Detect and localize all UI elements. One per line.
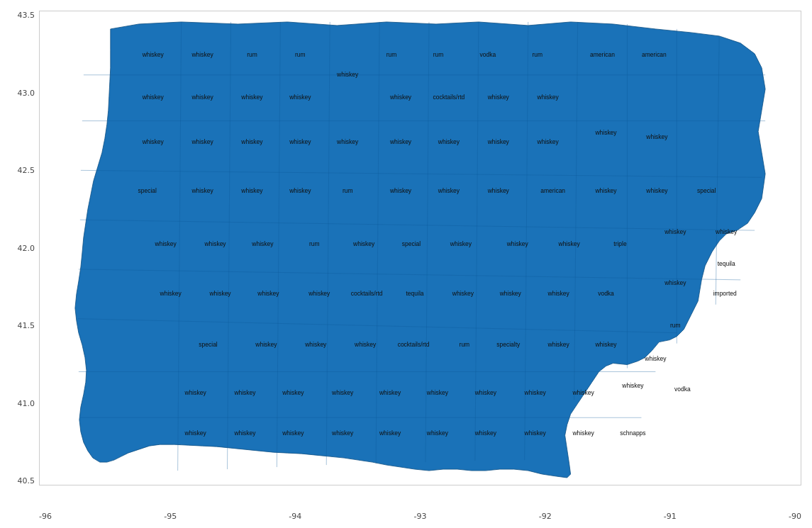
svg-text:whiskey: whiskey: [452, 290, 474, 297]
svg-text:whiskey: whiskey: [331, 429, 354, 437]
svg-text:rum: rum: [433, 51, 444, 58]
svg-text:whiskey: whiskey: [208, 290, 231, 297]
svg-text:whiskey: whiskey: [240, 187, 263, 194]
svg-text:whiskey: whiskey: [558, 240, 581, 247]
svg-text:special: special: [138, 187, 157, 194]
svg-text:whiskey: whiskey: [715, 228, 738, 235]
iowa-map-svg: whiskey whiskey rum rum rum rum vodka ru…: [40, 11, 801, 485]
x-label-6: -91: [664, 512, 677, 521]
svg-text:whiskey: whiskey: [474, 389, 497, 396]
svg-text:whiskey: whiskey: [487, 187, 510, 194]
svg-text:whiskey: whiskey: [645, 133, 668, 140]
svg-text:vodka: vodka: [598, 290, 614, 297]
svg-text:whiskey: whiskey: [547, 290, 570, 297]
svg-text:vodka: vodka: [480, 51, 496, 58]
svg-text:rum: rum: [295, 51, 306, 58]
x-label-3: -94: [289, 512, 301, 521]
x-label-1: -96: [39, 512, 52, 521]
svg-text:triple: triple: [613, 240, 627, 247]
svg-text:whiskey: whiskey: [645, 187, 668, 194]
svg-text:cocktails/rtd: cocktails/rtd: [398, 341, 430, 348]
x-label-4: -93: [414, 512, 427, 521]
svg-text:whiskey: whiskey: [233, 389, 256, 396]
svg-text:whiskey: whiskey: [664, 279, 686, 286]
svg-text:whiskey: whiskey: [233, 429, 256, 437]
svg-text:rum: rum: [386, 51, 397, 58]
y-label-2: 43.0: [18, 89, 35, 98]
svg-text:whiskey: whiskey: [537, 138, 560, 145]
map-chart-area: whiskey whiskey rum rum rum rum vodka ru…: [39, 11, 801, 485]
svg-text:whiskey: whiskey: [251, 240, 274, 247]
svg-text:rum: rum: [343, 187, 353, 194]
svg-text:whiskey: whiskey: [282, 429, 304, 437]
svg-text:whiskey: whiskey: [240, 94, 263, 101]
svg-text:whiskey: whiskey: [331, 389, 354, 396]
svg-text:whiskey: whiskey: [184, 389, 207, 396]
svg-text:whiskey: whiskey: [594, 187, 617, 194]
svg-text:whiskey: whiskey: [450, 240, 472, 247]
svg-text:whiskey: whiskey: [524, 429, 547, 437]
svg-text:whiskey: whiskey: [389, 187, 412, 194]
svg-text:imported: imported: [713, 290, 737, 297]
chart-container: 43.5 43.0 42.5 42.0 41.5 41.0 40.5: [0, 0, 812, 528]
svg-text:cocktails/rtd: cocktails/rtd: [433, 94, 465, 101]
svg-text:tequila: tequila: [406, 290, 424, 297]
svg-text:whiskey: whiskey: [487, 94, 510, 101]
svg-text:special: special: [402, 240, 421, 247]
svg-text:whiskey: whiskey: [594, 341, 617, 348]
svg-text:whiskey: whiskey: [289, 94, 311, 101]
svg-text:whiskey: whiskey: [354, 341, 377, 348]
svg-text:whiskey: whiskey: [644, 355, 667, 362]
svg-text:whiskey: whiskey: [257, 290, 279, 297]
svg-text:whiskey: whiskey: [289, 138, 311, 145]
svg-text:whiskey: whiskey: [379, 389, 401, 396]
x-label-7: -90: [789, 512, 801, 521]
svg-text:whiskey: whiskey: [304, 341, 327, 348]
svg-text:whiskey: whiskey: [379, 429, 401, 437]
svg-text:whiskey: whiskey: [572, 429, 594, 437]
svg-text:whiskey: whiskey: [474, 429, 497, 437]
y-label-1: 43.5: [18, 11, 35, 20]
svg-text:rum: rum: [532, 51, 543, 58]
y-label-5: 41.5: [18, 321, 35, 330]
svg-text:whiskey: whiskey: [204, 240, 226, 247]
svg-text:american: american: [590, 51, 615, 58]
svg-text:rum: rum: [247, 51, 257, 58]
svg-text:whiskey: whiskey: [426, 389, 449, 396]
svg-text:rum: rum: [460, 341, 470, 348]
svg-text:whiskey: whiskey: [255, 341, 277, 348]
svg-text:whiskey: whiskey: [537, 94, 560, 101]
svg-text:whiskey: whiskey: [308, 290, 330, 297]
svg-text:whiskey: whiskey: [524, 389, 547, 396]
svg-text:whiskey: whiskey: [621, 382, 644, 389]
svg-text:whiskey: whiskey: [142, 51, 165, 58]
svg-text:whiskey: whiskey: [572, 389, 594, 396]
svg-text:whiskey: whiskey: [426, 429, 449, 437]
svg-text:whiskey: whiskey: [389, 94, 412, 101]
svg-text:american: american: [642, 51, 667, 58]
y-label-7: 40.5: [18, 476, 35, 485]
svg-text:special: special: [697, 187, 716, 194]
svg-text:rum: rum: [309, 240, 320, 247]
svg-text:whiskey: whiskey: [240, 138, 263, 145]
x-label-2: -95: [164, 512, 177, 521]
svg-text:whiskey: whiskey: [438, 138, 460, 145]
svg-text:whiskey: whiskey: [191, 187, 214, 194]
y-label-4: 42.0: [18, 244, 35, 253]
svg-text:special: special: [199, 341, 217, 348]
svg-text:whiskey: whiskey: [499, 290, 522, 297]
x-axis: -96 -95 -94 -93 -92 -91 -90: [39, 512, 801, 521]
svg-text:whiskey: whiskey: [191, 51, 214, 58]
svg-text:whiskey: whiskey: [282, 389, 304, 396]
x-label-5: -92: [539, 512, 552, 521]
svg-text:whiskey: whiskey: [160, 290, 182, 297]
svg-text:specialty: specialty: [496, 341, 521, 348]
svg-text:whiskey: whiskey: [142, 94, 165, 101]
svg-text:whiskey: whiskey: [155, 240, 177, 247]
svg-text:vodka: vodka: [674, 386, 691, 393]
svg-text:whiskey: whiskey: [191, 138, 214, 145]
svg-text:whiskey: whiskey: [289, 187, 311, 194]
y-label-3: 42.5: [18, 166, 35, 175]
svg-text:whiskey: whiskey: [487, 138, 510, 145]
svg-text:whiskey: whiskey: [336, 138, 359, 145]
